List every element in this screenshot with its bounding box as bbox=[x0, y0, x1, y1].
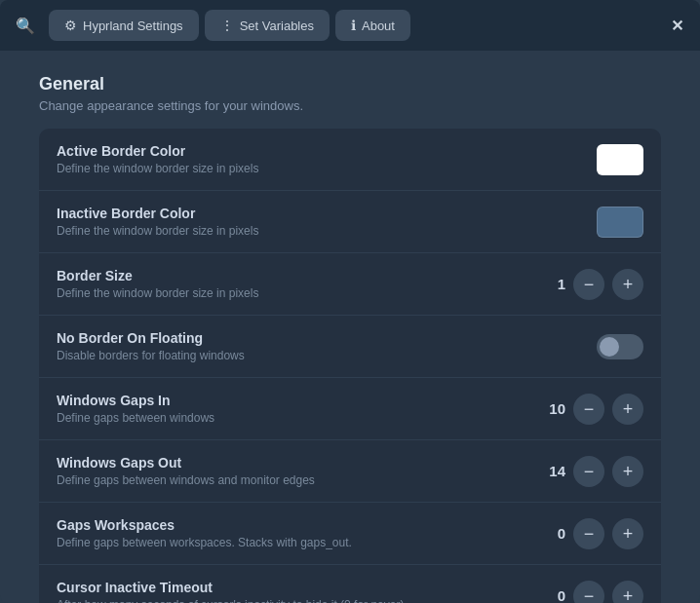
tab-about[interactable]: ℹ About bbox=[335, 10, 410, 41]
setting-row-active-border-color: Active Border Color Define the window bo… bbox=[39, 129, 661, 191]
setting-desc-border-size: Define the window border size in pixels bbox=[57, 286, 538, 300]
variables-icon: ⋮ bbox=[220, 18, 234, 33]
setting-name-windows-gaps-in: Windows Gaps In bbox=[57, 393, 538, 408]
setting-name-inactive-border-color: Inactive Border Color bbox=[57, 206, 597, 221]
tab-hyprland-settings-label: Hyprland Settings bbox=[83, 19, 183, 33]
inactive-border-color-swatch[interactable] bbox=[597, 207, 643, 238]
setting-control-cursor-inactive-timeout: 0 − + bbox=[538, 581, 643, 604]
tab-hyprland-settings[interactable]: ⚙ Hyprland Settings bbox=[49, 10, 199, 41]
setting-control-no-border-on-floating bbox=[597, 334, 643, 359]
setting-name-gaps-workspaces: Gaps Workspaces bbox=[57, 517, 538, 533]
decrement-icon: − bbox=[584, 276, 595, 293]
setting-info-border-size: Border Size Define the window border siz… bbox=[57, 268, 538, 300]
settings-icon: ⚙ bbox=[64, 18, 77, 33]
active-border-color-swatch[interactable] bbox=[597, 144, 643, 175]
close-button[interactable]: ✕ bbox=[661, 10, 692, 41]
cursor-inactive-timeout-increment[interactable]: + bbox=[612, 581, 643, 604]
setting-row-windows-gaps-in: Windows Gaps In Define gaps between wind… bbox=[39, 378, 661, 440]
titlebar: 🔍 ⚙ Hyprland Settings ⋮ Set Variables ℹ … bbox=[0, 0, 700, 51]
search-icon: 🔍 bbox=[16, 17, 35, 35]
close-icon: ✕ bbox=[671, 17, 683, 35]
setting-control-windows-gaps-in: 10 − + bbox=[538, 394, 643, 425]
setting-row-inactive-border-color: Inactive Border Color Define the window … bbox=[39, 191, 661, 253]
gaps-workspaces-value: 0 bbox=[538, 525, 565, 542]
windows-gaps-in-decrement[interactable]: − bbox=[573, 394, 604, 425]
tab-set-variables[interactable]: ⋮ Set Variables bbox=[205, 10, 330, 41]
setting-row-cursor-inactive-timeout: Cursor Inactive Timeout After how many s… bbox=[39, 565, 661, 603]
setting-info-active-border-color: Active Border Color Define the window bo… bbox=[57, 143, 597, 175]
windows-gaps-in-value: 10 bbox=[538, 400, 565, 417]
setting-info-no-border-on-floating: No Border On Floating Disable borders fo… bbox=[57, 330, 597, 362]
tab-set-variables-label: Set Variables bbox=[240, 19, 314, 33]
settings-card: Active Border Color Define the window bo… bbox=[39, 129, 661, 603]
windows-gaps-in-increment[interactable]: + bbox=[612, 394, 643, 425]
setting-info-inactive-border-color: Inactive Border Color Define the window … bbox=[57, 206, 597, 238]
info-icon: ℹ bbox=[351, 18, 356, 33]
setting-desc-cursor-inactive-timeout: After how many seconds of cursor's inact… bbox=[57, 598, 538, 603]
app-window: 🔍 ⚙ Hyprland Settings ⋮ Set Variables ℹ … bbox=[0, 0, 700, 603]
setting-name-active-border-color: Active Border Color bbox=[57, 143, 597, 159]
tab-about-label: About bbox=[362, 19, 395, 33]
setting-name-no-border-on-floating: No Border On Floating bbox=[57, 330, 597, 346]
section-title: General bbox=[39, 74, 661, 94]
cursor-inactive-timeout-value: 0 bbox=[538, 587, 565, 603]
setting-desc-windows-gaps-out: Define gaps between windows and monitor … bbox=[57, 473, 538, 487]
cursor-inactive-timeout-decrement[interactable]: − bbox=[573, 581, 604, 604]
toggle-knob bbox=[600, 337, 619, 357]
increment-icon: + bbox=[623, 463, 634, 480]
border-size-increment[interactable]: + bbox=[612, 269, 643, 300]
setting-row-border-size: Border Size Define the window border siz… bbox=[39, 253, 661, 316]
increment-icon: + bbox=[623, 587, 634, 604]
increment-icon: + bbox=[623, 276, 634, 293]
border-size-decrement[interactable]: − bbox=[573, 269, 604, 300]
decrement-icon: − bbox=[584, 463, 595, 480]
setting-control-gaps-workspaces: 0 − + bbox=[538, 518, 643, 549]
gaps-workspaces-increment[interactable]: + bbox=[612, 518, 643, 549]
setting-row-gaps-workspaces: Gaps Workspaces Define gaps between work… bbox=[39, 503, 661, 565]
setting-desc-windows-gaps-in: Define gaps between windows bbox=[57, 411, 538, 425]
windows-gaps-out-increment[interactable]: + bbox=[612, 456, 643, 487]
setting-row-no-border-on-floating: No Border On Floating Disable borders fo… bbox=[39, 316, 661, 378]
windows-gaps-out-decrement[interactable]: − bbox=[573, 456, 604, 487]
search-button[interactable]: 🔍 bbox=[8, 8, 43, 43]
setting-info-cursor-inactive-timeout: Cursor Inactive Timeout After how many s… bbox=[57, 580, 538, 603]
decrement-icon: − bbox=[584, 400, 595, 418]
decrement-icon: − bbox=[584, 587, 595, 604]
setting-info-windows-gaps-in: Windows Gaps In Define gaps between wind… bbox=[57, 393, 538, 425]
setting-control-active-border-color bbox=[597, 144, 643, 175]
gaps-workspaces-decrement[interactable]: − bbox=[573, 518, 604, 549]
section-description: Change appearance settings for your wind… bbox=[39, 98, 661, 113]
border-size-value: 1 bbox=[538, 276, 565, 292]
setting-control-inactive-border-color bbox=[597, 207, 643, 238]
setting-control-windows-gaps-out: 14 − + bbox=[538, 456, 643, 487]
increment-icon: + bbox=[623, 525, 634, 543]
increment-icon: + bbox=[623, 400, 634, 418]
setting-row-windows-gaps-out: Windows Gaps Out Define gaps between win… bbox=[39, 440, 661, 503]
setting-name-border-size: Border Size bbox=[57, 268, 538, 283]
setting-desc-no-border-on-floating: Disable borders for floating windows bbox=[57, 349, 597, 362]
setting-desc-inactive-border-color: Define the window border size in pixels bbox=[57, 224, 597, 238]
setting-control-border-size: 1 − + bbox=[538, 269, 643, 300]
setting-name-cursor-inactive-timeout: Cursor Inactive Timeout bbox=[57, 580, 538, 595]
windows-gaps-out-value: 14 bbox=[538, 463, 565, 479]
setting-name-windows-gaps-out: Windows Gaps Out bbox=[57, 455, 538, 471]
content-area: General Change appearance settings for y… bbox=[0, 51, 700, 603]
no-border-on-floating-toggle[interactable] bbox=[597, 334, 643, 359]
setting-info-gaps-workspaces: Gaps Workspaces Define gaps between work… bbox=[57, 517, 538, 549]
decrement-icon: − bbox=[584, 525, 595, 543]
setting-desc-active-border-color: Define the window border size in pixels bbox=[57, 162, 597, 175]
setting-desc-gaps-workspaces: Define gaps between workspaces. Stacks w… bbox=[57, 536, 538, 549]
setting-info-windows-gaps-out: Windows Gaps Out Define gaps between win… bbox=[57, 455, 538, 487]
